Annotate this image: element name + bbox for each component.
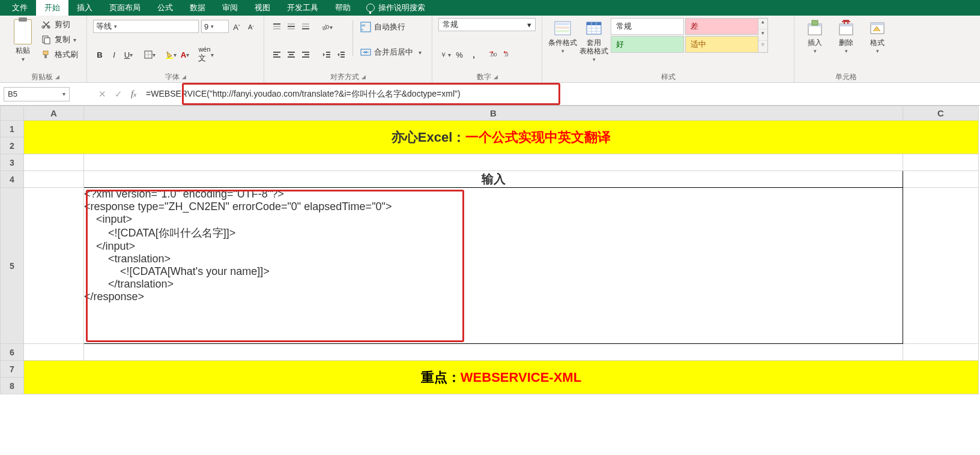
font-caption: 字体 xyxy=(165,72,180,82)
name-box[interactable]: B5▾ xyxy=(4,87,70,101)
align-center-button[interactable] xyxy=(285,48,298,61)
enter-formula-button[interactable]: ✓ xyxy=(115,89,122,100)
cell-c4[interactable] xyxy=(903,171,979,188)
row-header-5[interactable]: 5 xyxy=(1,188,24,344)
cell-a4[interactable] xyxy=(24,171,84,188)
align-right-button[interactable] xyxy=(299,48,312,61)
align-left-button[interactable] xyxy=(270,48,283,61)
cell-bottom-merged[interactable]: 重点：WEBSERVICE-XML xyxy=(24,361,979,394)
borders-button[interactable]: ▾ xyxy=(143,48,156,61)
cut-button[interactable]: 剪切 xyxy=(38,18,80,31)
formula-input[interactable]: =WEBSERVICE("http://fanyi.youdao.com/tra… xyxy=(142,87,980,101)
font-name-combo[interactable]: 等线▾ xyxy=(93,20,199,33)
menu-data[interactable]: 数据 xyxy=(181,0,214,16)
menu-help[interactable]: 帮助 xyxy=(327,0,359,16)
phonetic-button[interactable]: wén文▾ xyxy=(199,48,213,61)
delete-cells-button[interactable]: 删除 ▾ xyxy=(832,18,861,54)
insert-cells-button[interactable]: 插入 ▾ xyxy=(800,18,829,54)
format-painter-button[interactable]: 格式刷 xyxy=(38,48,80,61)
align-top-button[interactable] xyxy=(270,20,283,34)
cell-styles-gallery[interactable]: 常规 差 好 适中 xyxy=(611,18,758,53)
clipboard-caption: 剪贴板 xyxy=(31,72,53,82)
decrease-decimal-button[interactable]: .0 xyxy=(503,48,516,61)
menu-page-layout[interactable]: 页面布局 xyxy=(101,0,149,16)
row-header-7[interactable]: 7 xyxy=(1,361,24,378)
cell-c6[interactable] xyxy=(903,344,979,361)
cell-a3[interactable] xyxy=(24,154,84,171)
increase-font-button[interactable]: Aˆ xyxy=(230,20,243,34)
align-middle-button[interactable] xyxy=(285,20,298,34)
menu-bar: 文件 开始 插入 页面布局 公式 数据 审阅 视图 开发工具 帮助 操作说明搜索 xyxy=(0,0,980,16)
style-normal[interactable]: 常规 xyxy=(611,18,684,35)
cell-b6[interactable] xyxy=(84,344,903,361)
menu-insert[interactable]: 插入 xyxy=(68,0,101,16)
increase-decimal-button[interactable]: .00 xyxy=(488,48,501,61)
orientation-button[interactable]: ab▾ xyxy=(320,20,333,34)
cell-b5[interactable]: <?xml version="1.0" encoding="UTF-8"?> <… xyxy=(84,188,903,344)
font-color-button[interactable]: A▾ xyxy=(178,48,192,61)
style-good[interactable]: 好 xyxy=(611,36,684,53)
row-header-4[interactable]: 4 xyxy=(1,171,24,188)
select-all-corner[interactable] xyxy=(1,106,24,121)
paste-button[interactable]: 粘贴 ▾ xyxy=(10,18,36,62)
cell-title-merged[interactable]: 亦心Excel：一个公式实现中英文翻译 xyxy=(24,121,979,154)
ribbon-group-number: 常规▾ ￥▾ % , .00 .0 数字◢ xyxy=(432,16,542,82)
conditional-format-button[interactable]: 条件格式 ▾ xyxy=(548,18,577,54)
menu-formulas[interactable]: 公式 xyxy=(149,0,181,16)
underline-button[interactable]: U▾ xyxy=(122,48,135,61)
copy-label: 复制 xyxy=(55,34,70,45)
svg-rect-4 xyxy=(43,51,48,55)
align-bottom-button[interactable] xyxy=(299,20,312,34)
increase-indent-button[interactable] xyxy=(334,48,348,61)
format-cells-button[interactable]: 格式 ▾ xyxy=(863,18,892,54)
menu-home[interactable]: 开始 xyxy=(36,0,68,16)
format-as-table-button[interactable]: 套用 表格格式 ▾ xyxy=(579,18,608,62)
insert-function-button[interactable]: fx xyxy=(131,89,136,99)
worksheet-grid[interactable]: A B C 1 亦心Excel：一个公式实现中英文翻译 2 3 4 输入 xyxy=(0,106,980,455)
cell-a6[interactable] xyxy=(24,344,84,361)
col-header-b[interactable]: B xyxy=(84,106,903,121)
row-header-6[interactable]: 6 xyxy=(1,344,24,361)
cancel-formula-button[interactable]: ✕ xyxy=(98,89,106,100)
alignment-launcher[interactable]: ◢ xyxy=(361,74,366,80)
row-header-1[interactable]: 1 xyxy=(1,121,24,137)
wrap-text-icon: abc xyxy=(360,22,371,32)
menu-view[interactable]: 视图 xyxy=(246,0,279,16)
percent-button[interactable]: % xyxy=(453,48,466,61)
cell-a5[interactable] xyxy=(24,188,84,344)
copy-button[interactable]: 复制▾ xyxy=(38,33,80,46)
col-header-a[interactable]: A xyxy=(24,106,84,121)
format-cells-icon xyxy=(868,19,886,37)
menu-file[interactable]: 文件 xyxy=(4,0,36,16)
style-gallery-scroll[interactable]: ▴▾▿ xyxy=(758,18,768,53)
cell-b3[interactable] xyxy=(84,154,903,171)
cell-c5[interactable] xyxy=(903,188,979,344)
bold-button[interactable]: B xyxy=(93,48,106,61)
decrease-font-button[interactable]: Aˇ xyxy=(244,20,258,34)
font-size-combo[interactable]: 9▾ xyxy=(201,20,229,33)
wrap-text-button[interactable]: abc 自动换行 xyxy=(358,18,424,36)
cell-c3[interactable] xyxy=(903,154,979,171)
row-header-8[interactable]: 8 xyxy=(1,378,24,394)
style-neutral[interactable]: 适中 xyxy=(685,36,758,53)
cell-b4[interactable]: 输入 xyxy=(84,171,903,188)
row-header-2[interactable]: 2 xyxy=(1,137,24,154)
number-caption: 数字 xyxy=(477,72,491,82)
number-launcher[interactable]: ◢ xyxy=(494,74,498,80)
merge-center-button[interactable]: 合并后居中▾ xyxy=(358,43,424,61)
tell-me-search[interactable]: 操作说明搜索 xyxy=(359,2,432,13)
row-header-3[interactable]: 3 xyxy=(1,154,24,171)
comma-style-button[interactable]: , xyxy=(467,48,480,61)
font-launcher[interactable]: ◢ xyxy=(182,74,186,80)
number-format-combo[interactable]: 常规▾ xyxy=(438,18,536,31)
menu-review[interactable]: 审阅 xyxy=(214,0,246,16)
insert-cells-label: 插入 xyxy=(808,38,822,47)
fill-color-button[interactable]: ▾ xyxy=(164,48,177,61)
accounting-format-button[interactable]: ￥▾ xyxy=(438,48,452,61)
col-header-c[interactable]: C xyxy=(903,106,979,121)
menu-developer[interactable]: 开发工具 xyxy=(279,0,327,16)
italic-button[interactable]: I xyxy=(107,48,121,61)
style-bad[interactable]: 差 xyxy=(685,18,758,35)
decrease-indent-button[interactable] xyxy=(320,48,333,61)
clipboard-launcher[interactable]: ◢ xyxy=(55,74,59,80)
